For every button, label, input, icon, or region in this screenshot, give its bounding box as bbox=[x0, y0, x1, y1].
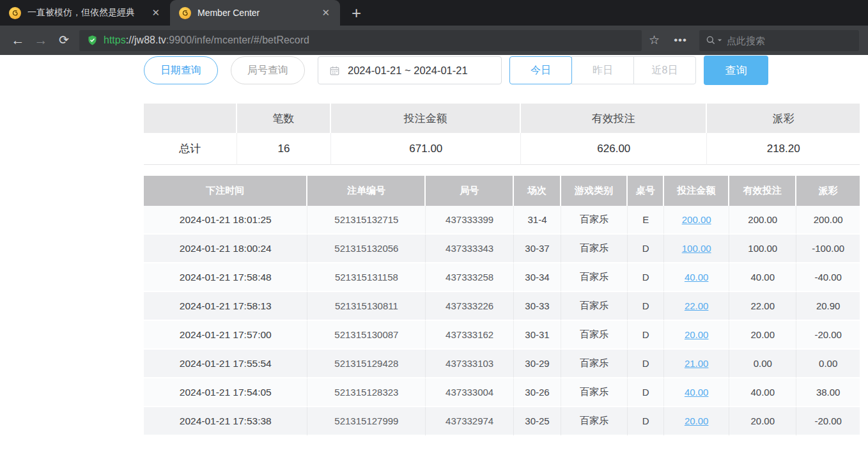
session-cell: 30-25 bbox=[514, 407, 561, 436]
summary-total-row: 总计 16 671.00 626.00 218.20 bbox=[144, 133, 860, 165]
site-favicon-icon bbox=[9, 7, 21, 19]
date-query-tab[interactable]: 日期查询 bbox=[144, 56, 218, 84]
column-header-round-number: 局号 bbox=[426, 176, 514, 206]
browser-tab-1[interactable]: 一直被模仿，但依然是經典 ✕ bbox=[0, 0, 170, 26]
round-query-tab[interactable]: 局号查询 bbox=[231, 56, 305, 84]
bet-amount-cell: 22.00 bbox=[664, 292, 729, 321]
valid-bet-cell: 22.00 bbox=[729, 292, 796, 321]
url-path: :9900/infe/mcenter/#/betRecord bbox=[166, 35, 309, 45]
table-row: 2024-01-21 17:54:05521315128323437333004… bbox=[144, 378, 860, 407]
payout-cell: -20.00 bbox=[796, 321, 860, 350]
bet-amount-link[interactable]: 40.00 bbox=[685, 272, 709, 283]
browser-search-box[interactable] bbox=[699, 30, 859, 51]
bet-amount-cell: 20.00 bbox=[664, 407, 729, 436]
bet-amount-cell: 40.00 bbox=[664, 263, 729, 292]
summary-payout-value: 218.20 bbox=[707, 133, 860, 165]
column-header-session: 场次 bbox=[514, 176, 561, 206]
reload-icon[interactable]: ⟳ bbox=[52, 26, 75, 55]
tab-close-icon[interactable]: ✕ bbox=[319, 6, 332, 20]
bookmark-star-icon[interactable]: ☆ bbox=[642, 26, 667, 55]
bet-amount-link[interactable]: 40.00 bbox=[685, 387, 709, 398]
valid-bet-cell: 200.00 bbox=[729, 206, 796, 235]
summary-total-label: 总计 bbox=[144, 133, 237, 165]
search-input[interactable] bbox=[727, 35, 853, 46]
summary-header-blank bbox=[144, 104, 237, 133]
game-type-cell: 百家乐 bbox=[561, 206, 628, 235]
tab-close-icon[interactable]: ✕ bbox=[149, 6, 162, 20]
round-number-cell: 437333399 bbox=[426, 206, 514, 235]
bet-amount-link[interactable]: 100.00 bbox=[682, 243, 711, 254]
bet-time-cell: 2024-01-21 18:01:25 bbox=[144, 206, 307, 235]
valid-bet-cell: 40.00 bbox=[729, 378, 796, 407]
order-number-cell: 521315128323 bbox=[307, 378, 426, 407]
game-type-cell: 百家乐 bbox=[561, 378, 628, 407]
new-tab-button[interactable]: + bbox=[340, 0, 373, 26]
column-header-valid-bet: 有效投注 bbox=[729, 176, 796, 206]
bet-amount-link[interactable]: 20.00 bbox=[685, 415, 709, 426]
table-number-cell: D bbox=[628, 292, 664, 321]
bet-amount-link[interactable]: 20.00 bbox=[685, 329, 709, 340]
forward-icon[interactable]: → bbox=[29, 26, 52, 55]
url-scheme: https bbox=[104, 35, 126, 45]
table-row: 2024-01-21 17:55:54521315129428437333103… bbox=[144, 350, 860, 378]
more-menu-icon[interactable]: ••• bbox=[667, 26, 694, 55]
payout-cell: -100.00 bbox=[796, 235, 860, 263]
session-cell: 30-33 bbox=[514, 292, 561, 321]
order-number-cell: 521315132715 bbox=[307, 206, 426, 235]
table-number-cell: D bbox=[628, 350, 664, 378]
bet-time-cell: 2024-01-21 17:58:13 bbox=[144, 292, 307, 321]
table-row: 2024-01-21 17:57:00521315130087437333162… bbox=[144, 321, 860, 350]
bet-amount-link[interactable]: 21.00 bbox=[685, 358, 709, 369]
date-range-value: 2024-01-21 ~ 2024-01-21 bbox=[348, 65, 468, 77]
bet-time-cell: 2024-01-21 17:53:38 bbox=[144, 407, 307, 436]
records-table: 下注时间 注单编号 局号 场次 游戏类别 桌号 投注金额 有效投注 派彩 202… bbox=[144, 176, 860, 436]
table-number-cell: D bbox=[628, 378, 664, 407]
query-button[interactable]: 查询 bbox=[704, 56, 768, 85]
game-type-cell: 百家乐 bbox=[561, 407, 628, 436]
browser-tab-bar: 一直被模仿，但依然是經典 ✕ Member Center ✕ + bbox=[0, 0, 868, 26]
round-number-cell: 437332974 bbox=[426, 407, 514, 436]
url-host: ://jw88.tv bbox=[126, 35, 166, 45]
table-number-cell: D bbox=[628, 263, 664, 292]
column-header-bet-amount: 投注金额 bbox=[664, 176, 729, 206]
today-button[interactable]: 今日 bbox=[509, 56, 572, 84]
table-number-cell: D bbox=[628, 407, 664, 436]
last-8-days-button[interactable]: 近8日 bbox=[633, 56, 696, 84]
session-cell: 30-26 bbox=[514, 378, 561, 407]
table-row: 2024-01-21 17:58:48521315131158437333258… bbox=[144, 263, 860, 292]
round-number-cell: 437333258 bbox=[426, 263, 514, 292]
yesterday-button[interactable]: 昨日 bbox=[571, 56, 634, 84]
round-number-cell: 437333343 bbox=[426, 235, 514, 263]
session-cell: 30-29 bbox=[514, 350, 561, 378]
bet-time-cell: 2024-01-21 17:58:48 bbox=[144, 263, 307, 292]
summary-header-valid-bet: 有效投注 bbox=[521, 104, 707, 133]
bet-time-cell: 2024-01-21 17:57:00 bbox=[144, 321, 307, 350]
url-text: https://jw88.tv:9900/infe/mcenter/#/betR… bbox=[104, 35, 309, 46]
summary-bet-amount-value: 671.00 bbox=[331, 133, 521, 165]
bet-amount-link[interactable]: 200.00 bbox=[682, 214, 711, 225]
game-type-cell: 百家乐 bbox=[561, 321, 628, 350]
bet-amount-cell: 20.00 bbox=[664, 321, 729, 350]
game-type-cell: 百家乐 bbox=[561, 235, 628, 263]
session-cell: 31-4 bbox=[514, 206, 561, 235]
calendar-icon bbox=[330, 66, 339, 75]
valid-bet-cell: 0.00 bbox=[729, 350, 796, 378]
bet-amount-cell: 40.00 bbox=[664, 378, 729, 407]
payout-cell: 38.00 bbox=[796, 378, 860, 407]
table-row: 2024-01-21 17:58:13521315130811437333226… bbox=[144, 292, 860, 321]
table-row: 2024-01-21 17:53:38521315127999437332974… bbox=[144, 407, 860, 436]
browser-tab-2[interactable]: Member Center ✕ bbox=[170, 0, 340, 26]
address-bar[interactable]: https://jw88.tv:9900/infe/mcenter/#/betR… bbox=[79, 30, 642, 51]
column-header-order-number: 注单编号 bbox=[307, 176, 426, 206]
order-number-cell: 521315127999 bbox=[307, 407, 426, 436]
payout-cell: -40.00 bbox=[796, 263, 860, 292]
column-header-table-number: 桌号 bbox=[628, 176, 664, 206]
site-favicon-icon bbox=[179, 7, 191, 19]
payout-cell: 20.90 bbox=[796, 292, 860, 321]
back-icon[interactable]: ← bbox=[6, 26, 29, 55]
tab-title: 一直被模仿，但依然是經典 bbox=[27, 7, 143, 19]
column-header-payout: 派彩 bbox=[796, 176, 860, 206]
date-range-input[interactable]: 2024-01-21 ~ 2024-01-21 bbox=[318, 56, 502, 84]
bet-amount-link[interactable]: 22.00 bbox=[685, 300, 709, 311]
summary-header-row: 笔数 投注金额 有效投注 派彩 bbox=[144, 104, 860, 133]
